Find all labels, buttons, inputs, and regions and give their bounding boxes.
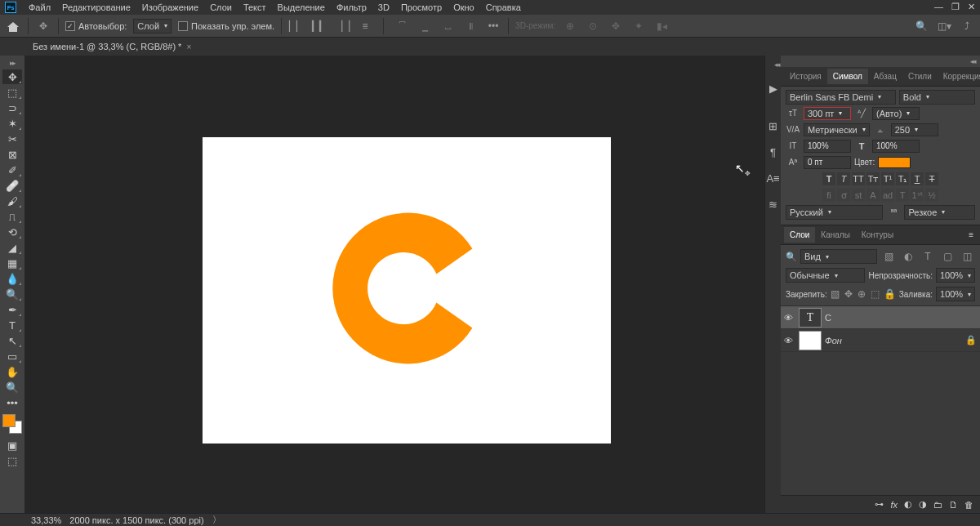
language-dropdown[interactable]: Русский xyxy=(786,205,883,220)
tab-adjustments[interactable]: Коррекция xyxy=(938,69,980,84)
distribute-icon[interactable]: ≡ xyxy=(357,18,373,34)
adjustments-icon[interactable]: ≋ xyxy=(767,198,780,211)
crop-tool[interactable]: ✂ xyxy=(2,132,22,146)
edit-toolbar-icon[interactable]: ••• xyxy=(2,395,22,410)
eraser-tool[interactable]: ◢ xyxy=(2,240,22,255)
menu-select[interactable]: Выделение xyxy=(272,1,331,14)
play-icon[interactable]: ▶ xyxy=(767,82,780,95)
stylistic-button[interactable]: ad xyxy=(881,189,894,202)
menu-window[interactable]: Окно xyxy=(448,1,480,14)
bold-button[interactable]: T xyxy=(822,172,835,185)
tab-history[interactable]: История xyxy=(784,69,827,84)
layer-name[interactable]: Фон xyxy=(825,336,842,345)
tracking-field[interactable]: 250 xyxy=(891,123,938,136)
dodge-tool[interactable]: 🔍 xyxy=(2,287,22,301)
paragraph-styles-icon[interactable]: ¶ xyxy=(767,145,780,158)
fill-field[interactable]: 100% xyxy=(936,287,975,301)
link-layers-icon[interactable]: ⊶ xyxy=(875,499,884,510)
gradient-tool[interactable]: ▦ xyxy=(2,256,22,270)
underline-button[interactable]: T xyxy=(911,172,924,185)
marquee-tool[interactable]: ⬚ xyxy=(2,85,22,100)
char-styles-icon[interactable]: A≡ xyxy=(767,172,780,185)
menu-text[interactable]: Текст xyxy=(238,1,272,14)
leading-field[interactable]: (Авто) xyxy=(872,107,920,120)
layer-thumbnail[interactable] xyxy=(799,331,822,350)
text-layer-c[interactable] xyxy=(325,194,505,382)
antialias-dropdown[interactable]: Резкое xyxy=(904,205,975,220)
font-family-dropdown[interactable]: Berlin Sans FB Demi xyxy=(786,90,896,105)
align-middle-icon[interactable]: ⎯ xyxy=(416,18,433,34)
align-bottom-icon[interactable]: ⎵ xyxy=(439,18,456,34)
ordinals-button[interactable]: 1ˢᵗ xyxy=(911,189,924,202)
swash-button[interactable]: A xyxy=(866,189,880,202)
3d-pan-icon[interactable]: ⊙ xyxy=(585,18,601,34)
lock-artboard-icon[interactable]: ⊕ xyxy=(857,286,866,302)
frame-tool[interactable]: ⊠ xyxy=(2,147,22,162)
new-layer-icon[interactable]: 🗋 xyxy=(949,500,958,510)
italic-button[interactable]: T xyxy=(837,172,850,185)
subscript-button[interactable]: T₁ xyxy=(896,172,909,185)
align-right-icon[interactable]: ▕▕ xyxy=(334,18,350,34)
quickmask-tool[interactable]: ▣ xyxy=(2,438,22,452)
hscale-field[interactable]: 100% xyxy=(872,140,920,153)
menu-edit[interactable]: Редактирование xyxy=(56,1,136,14)
document-dimensions[interactable]: 2000 пикс. x 1500 пикс. (300 ppi) xyxy=(69,515,203,525)
type-tool[interactable]: T xyxy=(2,318,22,332)
brush-tool[interactable]: 🖌 xyxy=(2,194,22,208)
autoselect-target-dropdown[interactable]: Слой xyxy=(133,19,172,33)
allcaps-button[interactable]: TT xyxy=(852,172,865,185)
menu-3d[interactable]: 3D xyxy=(372,1,395,14)
more-icon[interactable]: ••• xyxy=(485,18,501,34)
filter-type-icon[interactable]: T xyxy=(920,248,936,265)
tab-layers[interactable]: Слои xyxy=(784,227,815,243)
lock-position-icon[interactable]: ✥ xyxy=(844,286,853,302)
contextual-button[interactable]: ơ xyxy=(837,189,850,202)
workspace-icon[interactable]: ◫▾ xyxy=(936,18,952,34)
shape-tool[interactable]: ▭ xyxy=(2,349,22,363)
align-top-icon[interactable]: ⎴ xyxy=(394,18,410,34)
smallcaps-button[interactable]: Tᴛ xyxy=(866,172,880,185)
titling-button[interactable]: T xyxy=(896,189,909,202)
pen-tool[interactable]: ✒ xyxy=(2,302,22,317)
text-color-chip[interactable] xyxy=(878,157,911,168)
layer-mask-icon[interactable]: ◐ xyxy=(904,499,912,510)
menu-image[interactable]: Изображение xyxy=(136,1,204,14)
new-group-icon[interactable]: 🗀 xyxy=(933,500,942,510)
eyedropper-tool[interactable]: ✐ xyxy=(2,163,22,177)
zoom-level[interactable]: 33,33% xyxy=(31,515,61,525)
visibility-toggle[interactable]: 👁 xyxy=(784,336,795,345)
font-size-field[interactable]: 300 пт xyxy=(804,107,851,120)
align-center-icon[interactable]: ▎▎ xyxy=(311,18,327,34)
autoselect-checkbox[interactable]: ✓ Автовыбор: xyxy=(65,21,127,31)
layer-thumbnail[interactable]: T xyxy=(799,308,822,328)
discretionary-button[interactable]: st xyxy=(852,189,865,202)
baseline-field[interactable]: 0 пт xyxy=(804,156,851,169)
3d-move-icon[interactable]: ✥ xyxy=(608,18,624,34)
menu-layers[interactable]: Слои xyxy=(204,1,238,14)
delete-layer-icon[interactable]: 🗑 xyxy=(964,500,973,510)
opacity-field[interactable]: 100% xyxy=(936,268,975,283)
kerning-field[interactable]: Метрически xyxy=(804,123,870,136)
visibility-toggle[interactable]: 👁 xyxy=(784,313,795,323)
lock-all-icon[interactable]: 🔒 xyxy=(884,286,896,302)
layer-name[interactable]: C xyxy=(825,313,831,323)
tab-channels[interactable]: Каналы xyxy=(815,227,856,243)
show-controls-checkbox[interactable]: Показать упр. элем. xyxy=(178,21,274,31)
layer-filter-dropdown[interactable]: Вид xyxy=(800,249,877,264)
path-select-tool[interactable]: ↖ xyxy=(2,333,22,348)
menu-file[interactable]: Файл xyxy=(23,1,56,14)
distribute-v-icon[interactable]: ⫴ xyxy=(462,18,479,34)
3d-orbit-icon[interactable]: ⊕ xyxy=(562,18,578,34)
layer-item-background[interactable]: 👁 Фон 🔒 xyxy=(781,329,980,352)
font-weight-dropdown[interactable]: Bold xyxy=(899,90,975,105)
vscale-field[interactable]: 100% xyxy=(804,140,851,153)
3d-scale-icon[interactable]: ✦ xyxy=(630,18,647,34)
adjustment-layer-icon[interactable]: ◑ xyxy=(919,499,927,510)
blend-mode-dropdown[interactable]: Обычные xyxy=(786,268,865,283)
glyphs-icon[interactable]: ⊞ xyxy=(767,119,780,132)
lock-fill-icon[interactable]: ⬚ xyxy=(870,286,880,302)
zoom-tool[interactable]: 🔍 xyxy=(2,380,22,394)
panel-menu-icon[interactable]: ≡ xyxy=(965,230,977,239)
superscript-button[interactable]: T¹ xyxy=(881,172,894,185)
hand-tool[interactable]: ✋ xyxy=(2,364,22,379)
